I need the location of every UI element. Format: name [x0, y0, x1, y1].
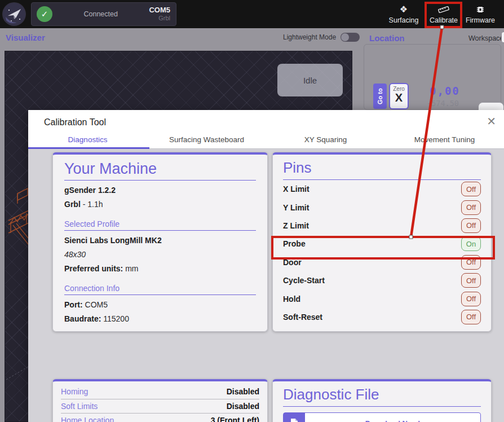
pin-row-y-limit: Y Limit Off — [283, 198, 481, 216]
zero-y-button-clipped[interactable] — [478, 102, 504, 110]
top-bar: ✓ Connected COM5 Grbl ❖ Surfacing Calibr… — [0, 0, 504, 28]
tab-movement-tuning[interactable]: Movement Tuning — [385, 135, 504, 148]
workspace-select[interactable] — [501, 32, 504, 43]
pin-label: X Limit — [283, 184, 310, 194]
pin-label: Hold — [283, 294, 300, 304]
units-value: mm — [125, 264, 138, 273]
app-logo[interactable] — [2, 2, 26, 26]
setting-label: Homing — [61, 387, 88, 396]
setting-label: Soft Limits — [61, 402, 98, 411]
pin-row-door: Door Off — [283, 253, 481, 271]
paper-plane-icon — [2, 2, 26, 26]
pin-state-badge: Off — [461, 218, 481, 233]
connection-port: COM5 — [149, 6, 170, 15]
calibration-dialog: Calibration Tool ✕ Diagnostics Surfacing… — [28, 110, 504, 422]
firmware-version: - 1.1h — [83, 200, 103, 209]
surfacing-icon: ❖ — [400, 5, 408, 15]
selected-profile-heading: Selected Profile — [64, 219, 256, 231]
setting-value: Disabled — [227, 402, 259, 411]
pin-row-z-limit: Z Limit Off — [283, 217, 481, 235]
chip-icon — [476, 5, 485, 15]
zero-x-button[interactable]: Zero X — [389, 83, 409, 109]
setting-row-home-location: Home Location 3 (Front Left) — [61, 414, 259, 422]
your-machine-panel: Your Machine gSender 1.2.2 Grbl - 1.1h S… — [52, 152, 268, 332]
zero-axis-label: X — [390, 92, 408, 103]
tab-surfacing-wasteboard[interactable]: Surfacing Wasteboard — [147, 135, 266, 148]
workspace-label: Workspace: — [468, 34, 504, 42]
app-version: gSender 1.2.2 — [64, 186, 116, 195]
nav-surfacing-button[interactable]: ❖ Surfacing — [386, 0, 422, 28]
goto-button[interactable]: Go to — [373, 83, 387, 109]
pin-row-probe: Probe On — [283, 235, 481, 253]
port-value: COM5 — [85, 300, 108, 309]
firmware-name: Grbl — [64, 200, 81, 209]
pin-state-badge: Off — [461, 310, 481, 324]
connection-firmware: Grbl — [149, 15, 170, 23]
pin-label: Probe — [283, 239, 306, 248]
nav-firmware-label: Firmware — [466, 16, 495, 24]
pin-row-x-limit: X Limit Off — [283, 180, 481, 198]
profile-name: Sienci Labs LongMill MK2 — [64, 236, 162, 245]
nav-surfacing-label: Surfacing — [389, 16, 419, 24]
visualizer-label: Visualizer — [6, 33, 45, 42]
profile-size: 48x30 — [64, 250, 256, 259]
tab-diagnostics[interactable]: Diagnostics — [28, 135, 147, 148]
pin-row-soft-reset: Soft-Reset Off — [283, 308, 481, 326]
your-machine-heading: Your Machine — [64, 160, 256, 181]
x-position-value: 0,00 — [430, 85, 460, 97]
app-root: ✓ Connected COM5 Grbl ❖ Surfacing Calibr… — [0, 0, 504, 422]
ruler-icon — [438, 5, 449, 15]
port-label: Port: — [64, 300, 83, 309]
setting-value: 3 (Front Left) — [211, 416, 259, 422]
pin-state-badge: Off — [461, 292, 481, 306]
baudrate-label: Baudrate: — [64, 314, 101, 323]
download-now-button[interactable]: Download Now! — [283, 412, 481, 422]
connection-status-text: Connected — [52, 10, 149, 18]
lightweight-mode-label: Lightweight Mode — [283, 33, 336, 41]
pins-panel: Pins X Limit Off Y Limit Off Z Limit Off… — [272, 152, 492, 332]
firmware-settings-panel: Homing Disabled Soft Limits Disabled Hom… — [52, 379, 268, 422]
setting-row-homing: Homing Disabled — [61, 385, 259, 399]
setting-value: Disabled — [227, 387, 259, 396]
location-label: Location — [369, 33, 405, 43]
machine-state-badge: Idle — [277, 64, 343, 96]
toggle-knob — [341, 33, 349, 41]
nav-calibrate-label: Calibrate — [430, 16, 458, 24]
pin-label: Y Limit — [283, 203, 309, 212]
diagnostic-file-heading: Diagnostic File — [283, 386, 481, 407]
connected-check-icon: ✓ — [37, 6, 52, 22]
pins-heading: Pins — [283, 159, 481, 180]
lightweight-mode-toggle[interactable] — [341, 33, 360, 42]
connection-status-pill[interactable]: ✓ Connected COM5 Grbl — [31, 2, 176, 26]
download-now-label: Download Now! — [305, 413, 480, 422]
units-label: Preferred units: — [64, 264, 123, 273]
close-icon[interactable]: ✕ — [487, 115, 496, 128]
baudrate-value: 115200 — [103, 314, 129, 323]
pin-label: Cycle-Start — [283, 276, 325, 285]
dialog-title: Calibration Tool — [44, 117, 106, 128]
pin-label: Door — [283, 258, 302, 267]
setting-row-soft-limits: Soft Limits Disabled — [61, 399, 259, 414]
diagnostic-file-panel: Diagnostic File Download Now! Get easier… — [272, 379, 492, 422]
pin-label: Z Limit — [283, 221, 309, 230]
nav-firmware-button[interactable]: Firmware — [463, 0, 498, 28]
pin-row-cycle-start: Cycle-Start Off — [283, 271, 481, 289]
pdf-file-icon — [284, 413, 305, 422]
pin-state-badge: Off — [461, 182, 481, 196]
pin-state-badge: Off — [461, 273, 481, 288]
x-machine-position-value: -574.50 — [427, 99, 459, 108]
pin-state-badge: Off — [461, 200, 481, 215]
pin-label: Soft-Reset — [283, 313, 322, 322]
connection-info-heading: Connection Info — [64, 284, 256, 295]
tab-xy-squaring[interactable]: XY Squaring — [266, 135, 385, 148]
setting-label: Home Location — [61, 416, 114, 422]
nav-calibrate-button[interactable]: Calibrate — [426, 0, 462, 28]
pin-state-badge: Off — [461, 255, 481, 270]
pin-row-hold: Hold Off — [283, 289, 481, 307]
pin-state-badge: On — [461, 236, 481, 251]
